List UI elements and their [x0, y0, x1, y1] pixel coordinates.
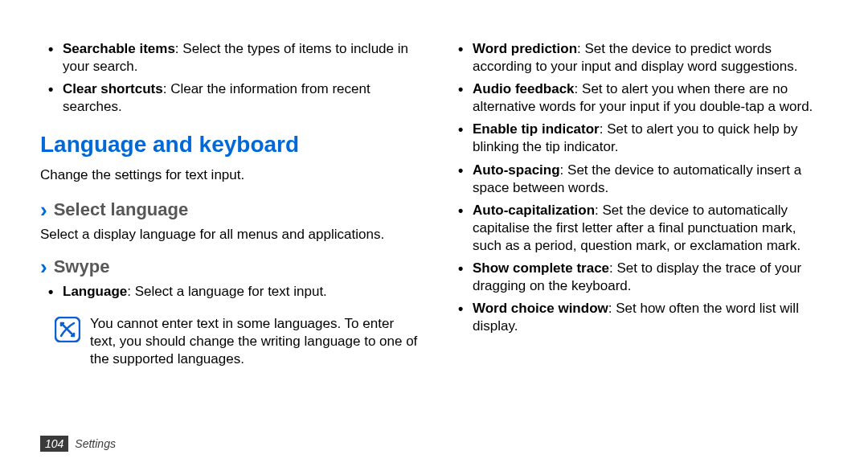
bullet-bold: Clear shortcuts [63, 81, 163, 96]
bullet-bold: Auto-spacing [473, 162, 560, 178]
right-bullets: Word prediction: Set the device to predi… [450, 40, 828, 335]
bullet-bold: Word choice window [473, 301, 608, 316]
section-intro: Change the settings for text input. [40, 166, 418, 184]
footer-section-label: Settings [75, 437, 116, 450]
note-text: You cannot enter text in some languages.… [90, 315, 418, 368]
bullet-bold: Language [63, 284, 127, 299]
list-item: Auto-spacing: Set the device to automati… [450, 162, 828, 197]
chevron-icon: › [40, 256, 47, 277]
right-column: Word prediction: Set the device to predi… [450, 40, 828, 426]
swype-bullets: Language: Select a language for text inp… [40, 283, 418, 301]
bullet-bold: Show complete trace [473, 260, 609, 276]
bullet-bold: Searchable items [63, 41, 175, 56]
list-item: Word prediction: Set the device to predi… [450, 40, 828, 76]
list-item: Language: Select a language for text inp… [40, 283, 418, 301]
left-top-bullets: Searchable items: Select the types of it… [40, 40, 418, 116]
content-columns: Searchable items: Select the types of it… [40, 40, 828, 426]
select-language-desc: Select a display language for all menus … [40, 226, 418, 244]
subheading-text: Select language [54, 199, 189, 222]
chevron-icon: › [40, 199, 47, 220]
bullet-text: : Select a language for text input. [127, 284, 327, 299]
bullet-bold: Audio feedback [473, 81, 575, 96]
list-item: Auto-capitalization: Set the device to a… [450, 202, 828, 255]
note-icon [55, 317, 80, 342]
left-column: Searchable items: Select the types of it… [40, 40, 418, 426]
bullet-bold: Word prediction [473, 41, 577, 56]
bullet-bold: Auto-capitalization [473, 203, 595, 218]
list-item: Clear shortcuts: Clear the information f… [40, 80, 418, 116]
bullet-bold: Enable tip indicator [473, 121, 600, 137]
list-item: Word choice window: Set how often the wo… [450, 300, 828, 335]
section-heading-language-keyboard: Language and keyboard [40, 130, 418, 159]
note-row: You cannot enter text in some languages.… [55, 315, 418, 368]
list-item: Audio feedback: Set to alert you when th… [450, 80, 828, 116]
subheading-text: Swype [54, 256, 110, 279]
list-item: Show complete trace: Set to display the … [450, 260, 828, 295]
page-footer: 104 Settings [40, 436, 116, 452]
subheading-select-language: › Select language [40, 199, 418, 222]
list-item: Enable tip indicator: Set to alert you t… [450, 121, 828, 156]
list-item: Searchable items: Select the types of it… [40, 40, 418, 76]
footer-page-number: 104 [40, 436, 68, 452]
subheading-swype: › Swype [40, 256, 418, 279]
